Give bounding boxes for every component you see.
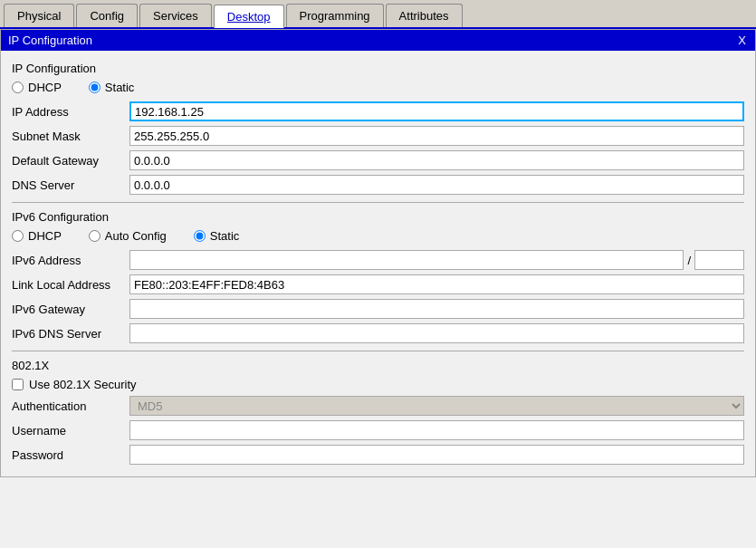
ipv4-static-label: Static (105, 81, 135, 94)
ipv6-slash: / (687, 254, 691, 267)
main-panel: IP Configuration X IP Configuration DHCP… (0, 29, 756, 477)
link-local-input[interactable] (129, 274, 744, 294)
dialog-content: IP Configuration DHCP Static IP Address … (1, 51, 755, 476)
ipv6-dns-row: IPv6 DNS Server (12, 323, 744, 343)
link-local-label: Link Local Address (12, 278, 129, 292)
gateway-label: Default Gateway (12, 154, 129, 168)
use-security-checkbox[interactable] (12, 379, 24, 390)
auth-row: Authentication MD5 (12, 396, 744, 416)
ipv6-static-option[interactable]: Static (194, 229, 240, 243)
ipv6-address-group: / (129, 250, 744, 270)
ipv6-address-label: IPv6 Address (12, 254, 129, 267)
dns-row: DNS Server (12, 175, 744, 195)
subnet-mask-row: Subnet Mask (12, 126, 744, 146)
password-row: Password (12, 445, 744, 465)
tab-config[interactable]: Config (76, 4, 138, 27)
auth-select[interactable]: MD5 (129, 396, 744, 416)
auth-label: Authentication (12, 399, 129, 413)
ipv4-dhcp-option[interactable]: DHCP (12, 81, 62, 94)
divider-1 (12, 202, 744, 203)
ipv6-dhcp-option[interactable]: DHCP (12, 229, 62, 243)
link-local-row: Link Local Address (12, 274, 744, 294)
gateway-input[interactable] (129, 150, 744, 170)
gateway-row: Default Gateway (12, 150, 744, 170)
ipv4-dhcp-label: DHCP (28, 81, 62, 94)
username-input[interactable] (129, 420, 744, 440)
tab-physical[interactable]: Physical (4, 4, 74, 27)
ipv6-dns-input[interactable] (129, 323, 744, 343)
ipv4-static-option[interactable]: Static (89, 81, 135, 94)
ipv6-static-label: Static (210, 229, 240, 243)
subnet-mask-input[interactable] (129, 126, 744, 146)
use-security-label: Use 802.1X Security (29, 378, 137, 391)
ipv6-suffix-input[interactable] (694, 250, 744, 270)
ipv6-auto-label: Auto Config (105, 229, 167, 243)
username-label: Username (12, 424, 129, 437)
ip-address-input[interactable] (129, 101, 744, 121)
dns-label: DNS Server (12, 178, 129, 192)
tab-services[interactable]: Services (139, 4, 212, 27)
tab-programming[interactable]: Programming (286, 4, 384, 27)
dns-input[interactable] (129, 175, 744, 195)
use-security-row: Use 802.1X Security (12, 378, 744, 391)
tab-desktop[interactable]: Desktop (214, 5, 284, 28)
ipv6-static-radio[interactable] (194, 230, 206, 242)
divider-2 (12, 351, 744, 351)
dialog-title-text: IP Configuration (8, 34, 92, 47)
ipv4-static-radio[interactable] (89, 82, 100, 93)
ipv4-radio-row: DHCP Static (12, 81, 744, 94)
ipv6-gateway-label: IPv6 Gateway (12, 303, 129, 316)
subnet-mask-label: Subnet Mask (12, 130, 129, 143)
ipv6-gateway-row: IPv6 Gateway (12, 299, 744, 319)
ipv6-gateway-input[interactable] (129, 299, 744, 319)
ipv6-address-row: IPv6 Address / (12, 250, 744, 270)
dialog-title-bar: IP Configuration X (1, 30, 755, 51)
ipv6-auto-radio[interactable] (89, 230, 100, 242)
password-input[interactable] (129, 445, 744, 465)
ipv6-section-label: IPv6 Configuration (12, 210, 744, 224)
ipv6-address-input[interactable] (129, 250, 684, 270)
ip-address-label: IP Address (12, 105, 129, 119)
username-row: Username (12, 420, 744, 440)
ipv4-section-label: IP Configuration (12, 62, 744, 75)
ip-address-row: IP Address (12, 101, 744, 121)
ipv6-dns-label: IPv6 DNS Server (12, 327, 129, 341)
dot1x-section-label: 802.1X (12, 359, 744, 372)
ipv6-radio-row: DHCP Auto Config Static (12, 229, 744, 243)
ipv4-dhcp-radio[interactable] (12, 82, 24, 93)
tab-bar: PhysicalConfigServicesDesktopProgramming… (0, 0, 756, 29)
ipv6-auto-option[interactable]: Auto Config (89, 229, 167, 243)
ipv6-dhcp-label: DHCP (28, 229, 62, 243)
password-label: Password (12, 448, 129, 462)
dialog-close-button[interactable]: X (736, 34, 748, 47)
ipv6-dhcp-radio[interactable] (12, 230, 24, 242)
tab-attributes[interactable]: Attributes (386, 4, 463, 27)
